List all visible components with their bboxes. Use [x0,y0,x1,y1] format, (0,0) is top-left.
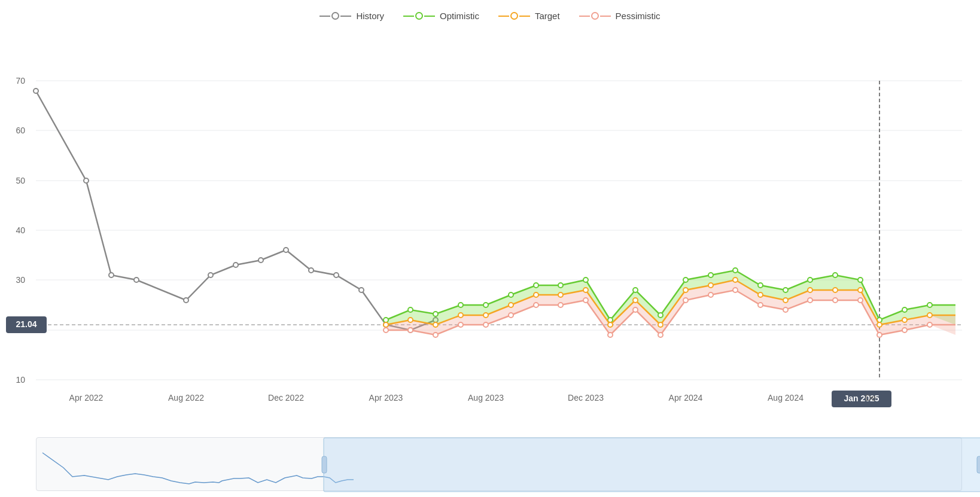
tgt-pt-19 [858,288,863,292]
reference-value-label: 21.04 [16,319,36,329]
tgt-pt-14 [733,278,738,282]
minimap[interactable] [36,437,962,491]
tgt-pt-17 [808,288,812,292]
tgt-pt-10 [633,298,638,303]
pess-pt-3 [458,322,463,327]
chart-container: History Optimistic Target [0,0,980,497]
opt-pt-14 [733,268,738,273]
opt-pt-10 [633,288,638,292]
opt-pt-6 [534,283,538,288]
tgt-pt-8 [583,288,588,292]
opt-pt-3 [458,303,463,307]
chart-area: 70 60 50 40 30 20 10 21.04 [0,27,980,434]
pess-pt-5 [509,313,513,318]
pess-pt-8 [583,298,588,303]
tgt-pt-18 [833,288,838,292]
history-point-6 [233,263,238,267]
main-chart-svg: 70 60 50 40 30 20 10 21.04 [0,27,980,434]
legend-item-target[interactable]: Target [498,11,560,21]
opt-pt-4 [483,303,488,307]
opt-pt-17 [808,278,812,282]
pess-pt-19 [858,298,863,303]
x-label-dec2022: Dec 2022 [268,393,304,403]
pess-pt-12 [683,298,688,303]
y-label-10: 10 [16,375,25,385]
history-point-5 [208,273,213,278]
tgt-pt-21 [902,318,907,322]
history-point-2 [109,273,114,278]
history-line [36,91,436,330]
tgt-pt-5 [509,303,513,307]
y-label-60: 60 [16,126,25,135]
tgt-pt-1 [408,318,413,322]
opt-pt-7 [558,283,563,288]
minimap-line [42,453,354,484]
pess-pt-4 [483,322,488,327]
pess-pt-16 [783,307,788,312]
minimap-svg [36,438,961,492]
y-label-30: 30 [16,275,25,285]
x-label-dec2023: Dec 2023 [568,393,604,403]
legend-item-history[interactable]: History [319,11,384,21]
tgt-pt-7 [558,292,563,297]
history-point-10 [334,273,339,278]
pess-pt-9 [608,333,613,337]
x-label-dec2024: De [865,393,876,403]
opt-pt-12 [683,278,688,282]
x-label-aug2024: Aug 2024 [768,393,804,403]
tgt-pt-22 [927,313,932,318]
tgt-pt-11 [658,322,663,327]
opt-pt-19 [858,278,863,282]
history-point-1 [84,178,89,183]
minimap-right-handle[interactable] [977,456,980,473]
opt-pt-8 [583,278,588,282]
legend-label-pessimistic: Pessimistic [616,11,661,21]
pess-pt-11 [658,333,663,337]
tgt-pt-0 [384,322,388,327]
tgt-pt-13 [708,283,713,288]
pess-pt-17 [808,298,812,303]
tgt-pt-20 [877,322,882,327]
legend-item-pessimistic[interactable]: Pessimistic [579,11,661,21]
history-point-7 [258,258,263,263]
tgt-pt-6 [534,292,538,297]
history-point-0 [34,89,38,93]
opt-pt-22 [927,303,932,307]
legend: History Optimistic Target [0,0,980,27]
x-label-aug2022: Aug 2022 [168,393,204,403]
opt-pt-18 [833,273,838,278]
opt-pt-1 [408,307,413,312]
legend-label-history: History [356,11,384,21]
opt-pt-13 [708,273,713,278]
opt-pt-11 [658,313,663,318]
x-label-aug2023: Aug 2023 [468,393,504,403]
pess-pt-7 [558,303,563,307]
legend-item-optimistic[interactable]: Optimistic [403,11,479,21]
tgt-pt-16 [783,298,788,303]
history-point-3 [134,278,139,282]
tgt-pt-4 [483,313,488,318]
pess-pt-13 [708,292,713,297]
opt-pt-2 [433,312,438,316]
pess-pt-10 [633,307,638,312]
minimap-selection[interactable] [324,438,980,492]
opt-pt-0 [384,318,388,322]
pess-pt-20 [877,333,882,337]
x-label-apr2023: Apr 2023 [369,393,403,403]
pess-pt-21 [902,328,907,333]
y-label-70: 70 [16,76,25,86]
pess-pt-6 [534,303,538,307]
minimap-left-handle[interactable] [322,456,327,473]
x-label-apr2022: Apr 2022 [69,393,104,403]
opt-pt-16 [783,288,788,292]
pess-pt-2 [433,333,438,337]
opt-pt-21 [902,307,907,312]
history-point-4 [184,298,188,303]
opt-pt-15 [758,283,763,288]
x-label-apr2024: Apr 2024 [669,393,703,403]
legend-label-optimistic: Optimistic [440,11,479,21]
history-point-8 [284,248,288,252]
history-point-11 [359,288,364,292]
tgt-pt-12 [683,288,688,292]
opt-pt-5 [509,292,513,297]
